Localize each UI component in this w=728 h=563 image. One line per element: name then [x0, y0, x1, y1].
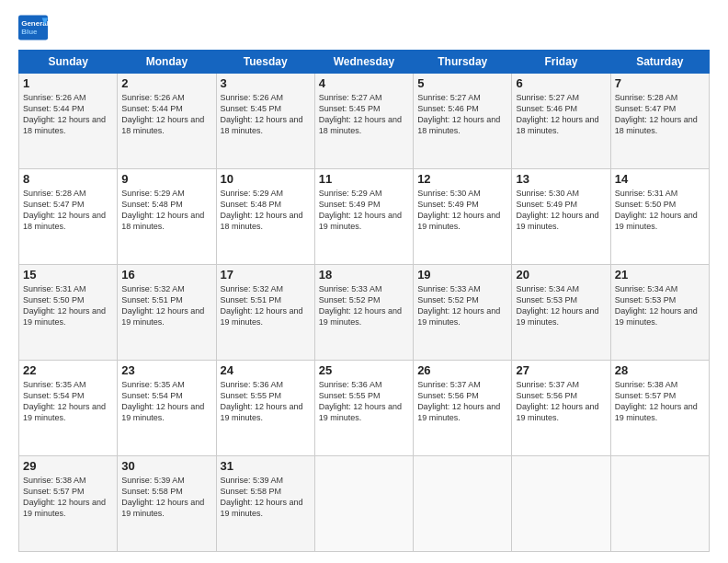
day-number: 4 [319, 76, 409, 90]
day-number: 1 [23, 76, 113, 90]
calendar-header-friday: Friday [512, 51, 610, 74]
calendar-cell: 21Sunrise: 5:34 AMSunset: 5:53 PMDayligh… [610, 265, 709, 361]
calendar-cell: 15Sunrise: 5:31 AMSunset: 5:50 PMDayligh… [19, 265, 118, 361]
day-number: 21 [615, 268, 705, 282]
calendar-cell [610, 456, 709, 552]
day-info: Sunrise: 5:27 AMSunset: 5:45 PMDaylight:… [319, 92, 409, 137]
day-info: Sunrise: 5:30 AMSunset: 5:49 PMDaylight:… [417, 188, 507, 233]
day-number: 28 [615, 363, 705, 377]
day-number: 12 [417, 172, 507, 186]
calendar-cell: 25Sunrise: 5:36 AMSunset: 5:55 PMDayligh… [314, 361, 413, 456]
calendar-header-thursday: Thursday [414, 51, 512, 74]
calendar-cell: 8Sunrise: 5:28 AMSunset: 5:47 PMDaylight… [19, 169, 118, 265]
day-info: Sunrise: 5:30 AMSunset: 5:49 PMDaylight:… [516, 188, 606, 233]
day-info: Sunrise: 5:31 AMSunset: 5:50 PMDaylight:… [23, 283, 113, 328]
calendar-cell: 20Sunrise: 5:34 AMSunset: 5:53 PMDayligh… [512, 265, 610, 361]
calendar-cell: 31Sunrise: 5:39 AMSunset: 5:58 PMDayligh… [216, 456, 314, 552]
day-number: 10 [221, 172, 311, 186]
day-number: 14 [615, 172, 705, 186]
day-info: Sunrise: 5:35 AMSunset: 5:54 PMDaylight:… [121, 379, 211, 424]
calendar-cell: 28Sunrise: 5:38 AMSunset: 5:57 PMDayligh… [610, 361, 709, 456]
day-info: Sunrise: 5:38 AMSunset: 5:57 PMDaylight:… [615, 379, 705, 424]
day-info: Sunrise: 5:34 AMSunset: 5:53 PMDaylight:… [516, 283, 606, 328]
calendar-cell: 7Sunrise: 5:28 AMSunset: 5:47 PMDaylight… [610, 74, 709, 169]
day-info: Sunrise: 5:32 AMSunset: 5:51 PMDaylight:… [221, 283, 311, 328]
day-number: 15 [23, 268, 113, 282]
day-info: Sunrise: 5:29 AMSunset: 5:48 PMDaylight:… [221, 188, 311, 233]
calendar-cell: 5Sunrise: 5:27 AMSunset: 5:46 PMDaylight… [414, 74, 512, 169]
header: General Blue [18, 15, 710, 40]
day-info: Sunrise: 5:32 AMSunset: 5:51 PMDaylight:… [121, 283, 211, 328]
day-number: 8 [23, 172, 113, 186]
calendar-cell: 2Sunrise: 5:26 AMSunset: 5:44 PMDaylight… [118, 74, 216, 169]
calendar-header-saturday: Saturday [610, 51, 709, 74]
calendar-cell: 12Sunrise: 5:30 AMSunset: 5:49 PMDayligh… [414, 169, 512, 265]
calendar-cell: 10Sunrise: 5:29 AMSunset: 5:48 PMDayligh… [216, 169, 314, 265]
day-number: 25 [319, 363, 409, 377]
calendar-cell: 6Sunrise: 5:27 AMSunset: 5:46 PMDaylight… [512, 74, 610, 169]
day-info: Sunrise: 5:31 AMSunset: 5:50 PMDaylight:… [615, 188, 705, 233]
calendar-cell: 14Sunrise: 5:31 AMSunset: 5:50 PMDayligh… [610, 169, 709, 265]
day-number: 22 [23, 363, 113, 377]
day-number: 26 [417, 363, 507, 377]
day-info: Sunrise: 5:33 AMSunset: 5:52 PMDaylight:… [319, 283, 409, 328]
day-number: 16 [121, 268, 211, 282]
calendar-cell [512, 456, 610, 552]
calendar-cell: 9Sunrise: 5:29 AMSunset: 5:48 PMDaylight… [118, 169, 216, 265]
day-info: Sunrise: 5:34 AMSunset: 5:53 PMDaylight:… [615, 283, 705, 328]
day-number: 31 [221, 459, 311, 473]
day-info: Sunrise: 5:28 AMSunset: 5:47 PMDaylight:… [615, 92, 705, 137]
calendar-cell: 29Sunrise: 5:38 AMSunset: 5:57 PMDayligh… [19, 456, 118, 552]
day-info: Sunrise: 5:27 AMSunset: 5:46 PMDaylight:… [417, 92, 507, 137]
day-info: Sunrise: 5:38 AMSunset: 5:57 PMDaylight:… [23, 475, 113, 520]
calendar-cell: 26Sunrise: 5:37 AMSunset: 5:56 PMDayligh… [414, 361, 512, 456]
calendar-cell [414, 456, 512, 552]
calendar-week-row: 29Sunrise: 5:38 AMSunset: 5:57 PMDayligh… [19, 456, 710, 552]
calendar-cell: 4Sunrise: 5:27 AMSunset: 5:45 PMDaylight… [314, 74, 413, 169]
day-info: Sunrise: 5:39 AMSunset: 5:58 PMDaylight:… [221, 475, 311, 520]
calendar-cell: 30Sunrise: 5:39 AMSunset: 5:58 PMDayligh… [118, 456, 216, 552]
day-number: 2 [121, 76, 211, 90]
calendar-cell: 3Sunrise: 5:26 AMSunset: 5:45 PMDaylight… [216, 74, 314, 169]
calendar-cell: 22Sunrise: 5:35 AMSunset: 5:54 PMDayligh… [19, 361, 118, 456]
calendar-week-row: 1Sunrise: 5:26 AMSunset: 5:44 PMDaylight… [19, 74, 710, 169]
day-info: Sunrise: 5:27 AMSunset: 5:46 PMDaylight:… [516, 92, 606, 137]
calendar-table: SundayMondayTuesdayWednesdayThursdayFrid… [18, 50, 710, 552]
day-info: Sunrise: 5:35 AMSunset: 5:54 PMDaylight:… [23, 379, 113, 424]
day-info: Sunrise: 5:29 AMSunset: 5:48 PMDaylight:… [121, 188, 211, 233]
day-number: 6 [516, 76, 606, 90]
day-number: 20 [516, 268, 606, 282]
day-info: Sunrise: 5:33 AMSunset: 5:52 PMDaylight:… [417, 283, 507, 328]
calendar-cell: 17Sunrise: 5:32 AMSunset: 5:51 PMDayligh… [216, 265, 314, 361]
day-number: 9 [121, 172, 211, 186]
calendar-header-wednesday: Wednesday [314, 51, 413, 74]
day-number: 23 [121, 363, 211, 377]
day-info: Sunrise: 5:37 AMSunset: 5:56 PMDaylight:… [516, 379, 606, 424]
logo: General Blue [18, 15, 51, 40]
day-number: 29 [23, 459, 113, 473]
day-number: 30 [121, 459, 211, 473]
day-number: 19 [417, 268, 507, 282]
day-number: 5 [417, 76, 507, 90]
day-info: Sunrise: 5:36 AMSunset: 5:55 PMDaylight:… [319, 379, 409, 424]
calendar-header-sunday: Sunday [19, 51, 118, 74]
day-number: 18 [319, 268, 409, 282]
calendar-cell: 11Sunrise: 5:29 AMSunset: 5:49 PMDayligh… [314, 169, 413, 265]
calendar-week-row: 15Sunrise: 5:31 AMSunset: 5:50 PMDayligh… [19, 265, 710, 361]
calendar-cell: 18Sunrise: 5:33 AMSunset: 5:52 PMDayligh… [314, 265, 413, 361]
calendar-week-row: 8Sunrise: 5:28 AMSunset: 5:47 PMDaylight… [19, 169, 710, 265]
day-info: Sunrise: 5:26 AMSunset: 5:45 PMDaylight:… [221, 92, 311, 137]
calendar-header-monday: Monday [118, 51, 216, 74]
day-info: Sunrise: 5:26 AMSunset: 5:44 PMDaylight:… [23, 92, 113, 137]
calendar-header-row: SundayMondayTuesdayWednesdayThursdayFrid… [19, 51, 710, 74]
day-info: Sunrise: 5:26 AMSunset: 5:44 PMDaylight:… [121, 92, 211, 137]
calendar-cell: 23Sunrise: 5:35 AMSunset: 5:54 PMDayligh… [118, 361, 216, 456]
calendar-header-tuesday: Tuesday [216, 51, 314, 74]
calendar-cell: 27Sunrise: 5:37 AMSunset: 5:56 PMDayligh… [512, 361, 610, 456]
day-number: 3 [221, 76, 311, 90]
day-number: 11 [319, 172, 409, 186]
svg-text:Blue: Blue [21, 28, 38, 36]
day-number: 27 [516, 363, 606, 377]
calendar-cell: 24Sunrise: 5:36 AMSunset: 5:55 PMDayligh… [216, 361, 314, 456]
day-info: Sunrise: 5:37 AMSunset: 5:56 PMDaylight:… [417, 379, 507, 424]
